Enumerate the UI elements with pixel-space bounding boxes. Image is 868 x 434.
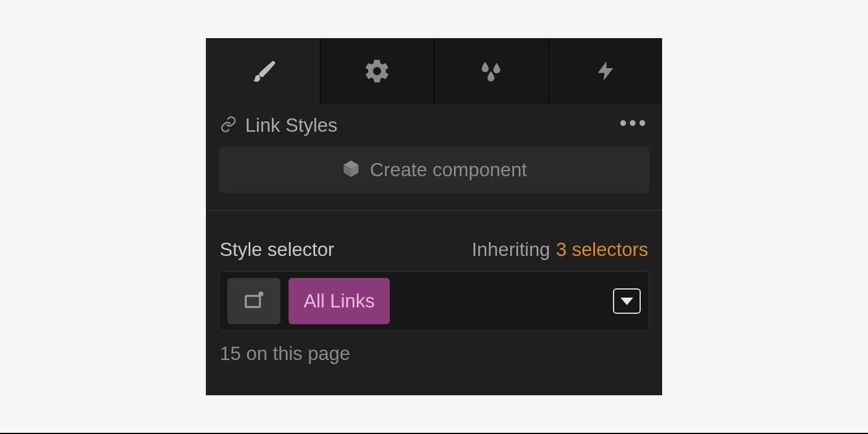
element-title: Link Styles	[245, 114, 338, 136]
gear-icon	[363, 57, 391, 85]
caret-down-icon	[620, 298, 633, 305]
water-drops-icon	[477, 57, 505, 85]
selector-bar[interactable]: All Links	[219, 271, 649, 331]
tab-interactions[interactable]	[548, 38, 663, 104]
create-component-button[interactable]: Create component	[219, 147, 649, 193]
style-selector-header: Style selector Inheriting 3 selectors	[206, 211, 662, 271]
tab-style[interactable]	[206, 38, 320, 104]
selector-usage-count: 15 on this page	[206, 331, 662, 365]
inheriting-label: Inheriting	[472, 239, 551, 261]
svg-point-1	[258, 291, 264, 296]
style-panel: Link Styles ••• Create component Style s…	[206, 38, 662, 395]
brush-icon	[248, 56, 278, 86]
selector-dropdown-button[interactable]	[613, 288, 641, 314]
cube-icon	[341, 159, 361, 181]
create-component-label: Create component	[370, 159, 527, 181]
svg-rect-0	[246, 296, 260, 307]
style-selector-label: Style selector	[220, 239, 334, 261]
lightning-icon	[594, 60, 617, 83]
panel-tabs	[206, 38, 662, 104]
inheriting-count[interactable]: 3 selectors	[556, 239, 648, 261]
link-icon	[220, 116, 237, 135]
selector-tag[interactable]: All Links	[289, 278, 390, 324]
tab-effects[interactable]	[434, 38, 548, 104]
base-element-icon	[242, 288, 266, 314]
more-icon[interactable]: •••	[619, 120, 648, 131]
base-element-chip[interactable]	[227, 278, 280, 324]
tab-settings[interactable]	[320, 38, 434, 104]
selector-tag-label: All Links	[304, 290, 375, 312]
element-header: Link Styles •••	[206, 104, 662, 143]
